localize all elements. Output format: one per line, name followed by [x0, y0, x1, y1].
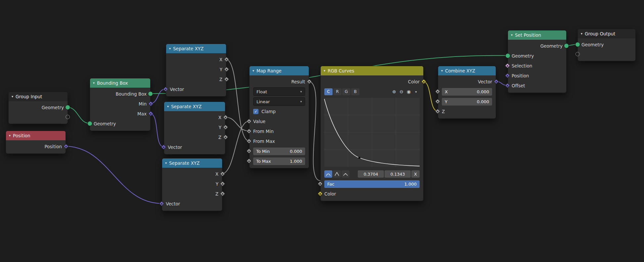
input-row-color: Color — [321, 189, 423, 199]
socket-label: Bounding Box — [116, 91, 147, 97]
input-row-to-min: To Min 0.000 — [250, 146, 309, 156]
socket-label: Z — [218, 135, 221, 140]
socket-label: Color — [324, 191, 336, 196]
channel-b-button[interactable]: B — [351, 88, 359, 95]
node-rgb-curves[interactable]: ▾ RGB Curves Color C R G B ⊕ ⊖ ◉ ▾ — [320, 66, 424, 201]
channel-row: C R G B ⊕ ⊖ ◉ ▾ — [321, 87, 423, 97]
curve-editor[interactable] — [324, 98, 420, 168]
output-row-y: Y — [166, 65, 226, 74]
output-row-color: Color — [321, 77, 423, 87]
geometry-input-socket[interactable] — [505, 53, 510, 58]
node-header[interactable]: ▾ Map Range — [250, 66, 309, 75]
bounding-box-output-socket[interactable] — [148, 91, 153, 96]
wire-sep1x-frommax — [226, 59, 249, 141]
node-editor-canvas[interactable]: ▾ Group Input Geometry ▾ Position Positi… — [0, 0, 644, 262]
data-type-value: Float — [256, 89, 267, 94]
curve-plot[interactable] — [324, 98, 420, 167]
curve-control-point[interactable] — [358, 157, 360, 159]
node-title: Group Input — [16, 94, 42, 99]
node-separate-xyz-3[interactable]: ▾ Separate XYZ X Y Z Vector — [162, 158, 222, 211]
node-set-position[interactable]: ▾ Set Position Geometry Geometry Selecti… — [508, 30, 567, 93]
geometry-input-socket[interactable] — [87, 121, 92, 126]
socket-label: Z — [219, 77, 222, 82]
node-header[interactable]: ▾ Set Position — [508, 30, 566, 40]
handle-auto-icon[interactable] — [324, 170, 332, 178]
virtual-socket[interactable] — [66, 115, 70, 119]
node-header[interactable]: ▾ Position — [6, 131, 66, 140]
virtual-socket[interactable] — [575, 52, 580, 56]
node-title: Position — [13, 133, 30, 138]
point-y-field[interactable]: 0.1343 — [385, 170, 411, 178]
zoom-in-icon[interactable]: ⊕ — [391, 88, 398, 95]
node-header[interactable]: ▾ Separate XYZ — [164, 102, 225, 111]
node-header[interactable]: ▾ Combine XYZ — [438, 66, 496, 75]
socket-label: Y — [216, 181, 218, 187]
node-map-range[interactable]: ▾ Map Range Result Float ▾ Linear ▾ — [249, 66, 309, 168]
tools-dropdown-icon[interactable]: ▾ — [412, 88, 420, 95]
node-group-input[interactable]: ▾ Group Input Geometry — [8, 92, 68, 124]
clamp-checkbox[interactable]: ✓ — [253, 109, 258, 114]
zoom-out-icon[interactable]: ⊖ — [398, 88, 405, 95]
channel-g-button[interactable]: G — [342, 88, 350, 95]
wire-sep2x-frommin — [225, 117, 249, 131]
output-row-x: X — [164, 112, 225, 122]
point-x-field[interactable]: 0.3704 — [358, 170, 384, 178]
to-min-field[interactable]: To Min 0.000 — [253, 148, 305, 155]
node-combine-xyz[interactable]: ▾ Combine XYZ Vector X 0.000 Y 0.000 — [438, 66, 496, 119]
node-header[interactable]: ▾ Separate XYZ — [166, 44, 226, 53]
node-header[interactable]: ▾ Bounding Box — [90, 78, 150, 88]
node-header[interactable]: ▾ RGB Curves — [321, 66, 423, 75]
geometry-input-socket[interactable] — [575, 42, 580, 47]
input-row-fac: Fac 1.000 — [321, 179, 423, 189]
collapse-chevron-icon[interactable]: ▾ — [12, 95, 13, 98]
node-separate-xyz-1[interactable]: ▾ Separate XYZ X Y Z Vector — [166, 44, 226, 97]
input-row-to-max: To Max 1.000 — [250, 156, 309, 166]
node-header[interactable]: ▾ Group Output — [578, 29, 635, 38]
output-row-z: Z — [162, 189, 222, 199]
to-min-value: 0.000 — [290, 149, 302, 154]
options-icon[interactable]: ◉ — [405, 88, 412, 95]
node-separate-xyz-2[interactable]: ▾ Separate XYZ X Y Z Vector — [164, 102, 225, 154]
collapse-chevron-icon[interactable]: ▾ — [165, 161, 167, 165]
y-field[interactable]: Y 0.000 — [442, 98, 492, 106]
socket-label: Vector — [168, 145, 182, 150]
socket-label: Geometry — [581, 42, 604, 47]
collapse-chevron-icon[interactable]: ▾ — [169, 47, 171, 50]
input-row-value: Value — [250, 116, 309, 126]
input-row-selection: Selection — [508, 61, 566, 71]
node-group-output[interactable]: ▾ Group Output Geometry — [577, 29, 636, 61]
data-type-dropdown[interactable]: Float ▾ — [253, 87, 305, 96]
collapse-chevron-icon[interactable]: ▾ — [167, 105, 169, 108]
channel-c-button[interactable]: C — [324, 88, 333, 95]
channel-r-button[interactable]: R — [333, 88, 342, 95]
geometry-output-socket[interactable] — [65, 105, 70, 110]
node-bounding-box[interactable]: ▾ Bounding Box Bounding Box Min Max Geom… — [90, 78, 151, 131]
collapse-chevron-icon[interactable]: ▾ — [253, 69, 254, 72]
fac-slider[interactable]: Fac 1.000 — [324, 180, 420, 188]
collapse-chevron-icon[interactable]: ▾ — [324, 69, 325, 72]
x-field[interactable]: X 0.000 — [442, 88, 492, 96]
node-title: Bounding Box — [97, 80, 128, 86]
input-row-position: Position — [508, 71, 566, 81]
collapse-chevron-icon[interactable]: ▾ — [581, 32, 582, 35]
handle-vector-icon[interactable] — [333, 170, 341, 178]
node-title: Group Output — [585, 31, 615, 36]
output-row-z: Z — [164, 132, 225, 142]
node-position[interactable]: ▾ Position Position — [6, 131, 66, 154]
collapse-chevron-icon[interactable]: ▾ — [93, 81, 95, 85]
delete-point-button[interactable]: X — [411, 170, 420, 178]
interpolation-dropdown[interactable]: Linear ▾ — [253, 97, 305, 106]
socket-label: Geometry — [512, 53, 534, 59]
node-header[interactable]: ▾ Group Input — [9, 92, 68, 101]
to-max-field[interactable]: To Max 1.000 — [253, 157, 305, 165]
virtual-socket-row — [578, 50, 635, 59]
node-title: RGB Curves — [328, 68, 354, 73]
output-row-result: Result — [250, 77, 309, 87]
node-header[interactable]: ▾ Separate XYZ — [162, 158, 222, 168]
collapse-chevron-icon[interactable]: ▾ — [511, 33, 513, 37]
handle-free-icon[interactable] — [342, 170, 349, 178]
collapse-chevron-icon[interactable]: ▾ — [441, 69, 443, 72]
socket-label: Position — [512, 73, 529, 78]
geometry-output-socket[interactable] — [564, 43, 569, 48]
collapse-chevron-icon[interactable]: ▾ — [9, 134, 11, 137]
